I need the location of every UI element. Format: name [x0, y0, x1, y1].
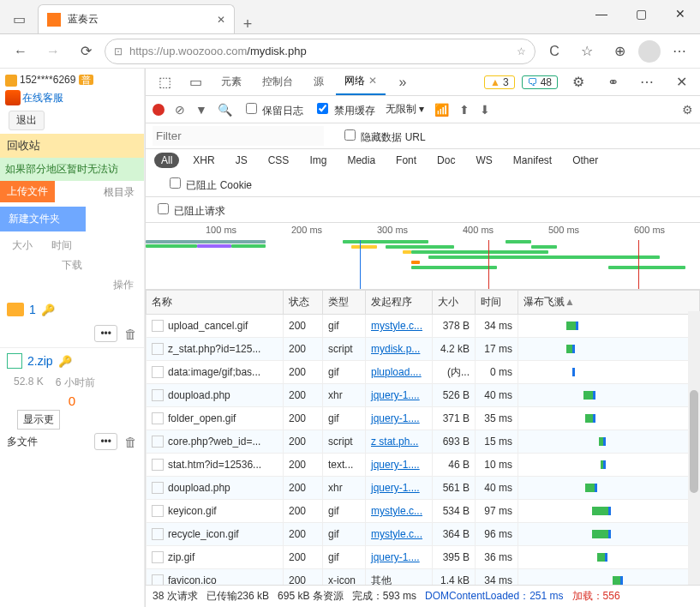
disable-cache-checkbox[interactable]: 禁用缓存	[314, 100, 374, 118]
browser-menu-button[interactable]: ⋯	[666, 38, 693, 65]
more-tabs-icon[interactable]: »	[389, 69, 416, 96]
throttling-select[interactable]: 无限制 ▾	[386, 102, 424, 117]
warnings-badge[interactable]: ▲3	[484, 75, 515, 89]
preserve-log-checkbox[interactable]: 保留日志	[242, 100, 303, 118]
download-har-icon[interactable]: ⬇	[480, 103, 490, 117]
filter-type-media[interactable]: Media	[340, 153, 382, 168]
upload-button[interactable]: 上传文件	[0, 181, 55, 202]
logout-button[interactable]: 退出	[9, 111, 45, 130]
table-row[interactable]: upload_cancel.gif200gifmystyle.c...378 B…	[147, 315, 700, 338]
url-text: https://up.woozooo.com/mydisk.php	[129, 45, 510, 57]
wifi-icon[interactable]: 📶	[434, 103, 449, 117]
settings-icon[interactable]: ⚙	[565, 69, 592, 96]
timeline-overview[interactable]: 100 ms200 ms300 ms400 ms500 ms600 ms	[146, 223, 700, 290]
col-size[interactable]: 大小	[433, 291, 476, 315]
root-dir-link[interactable]: 根目录	[104, 185, 135, 200]
online-service-link[interactable]: 在线客服	[0, 88, 144, 107]
site-info-icon[interactable]: ⊡	[114, 45, 123, 57]
customize-icon[interactable]: ⚭	[599, 69, 626, 96]
back-button[interactable]: ←	[7, 38, 34, 65]
table-row[interactable]: data:image/gif;bas...200gifplupload....(…	[147, 361, 700, 384]
col-initiator[interactable]: 发起程序	[366, 291, 433, 315]
maximize-button[interactable]: ▢	[621, 0, 661, 27]
tab-elements[interactable]: 元素	[212, 69, 250, 94]
table-row[interactable]: z_stat.php?id=125...200scriptmydisk.p...…	[147, 338, 700, 361]
close-devtools-icon[interactable]: ✕	[667, 69, 695, 96]
tab-close-button[interactable]: ✕	[217, 14, 225, 26]
filter-input[interactable]	[153, 126, 324, 146]
file-delete-icon[interactable]: 🗑	[124, 435, 137, 449]
tab-list-button[interactable]: ▭	[0, 4, 38, 33]
browser-tab[interactable]: 蓝奏云 ✕	[38, 4, 235, 33]
col-download: 下载	[0, 256, 144, 276]
folder-item[interactable]: 1 🔑	[0, 299, 144, 320]
filter-type-font[interactable]: Font	[389, 153, 423, 168]
filter-type-all[interactable]: All	[154, 153, 179, 168]
table-scrollbar[interactable]	[688, 311, 700, 585]
inspect-element-icon[interactable]: ⬚	[151, 69, 178, 96]
minimize-button[interactable]: —	[582, 0, 621, 27]
tab-sources[interactable]: 源	[305, 69, 332, 94]
table-row[interactable]: stat.htm?id=12536...200text...jquery-1..…	[147, 454, 700, 477]
address-bar[interactable]: ⊡ https://up.woozooo.com/mydisk.php ☆	[105, 39, 535, 64]
blocked-cookies-checkbox[interactable]: 已阻止 Cookie	[166, 175, 252, 193]
table-row[interactable]: favicon.ico200x-icon其他1.4 kB34 ms	[147, 569, 700, 586]
table-row[interactable]: core.php?web_id=...200scriptz stat.ph...…	[147, 430, 700, 454]
close-icon[interactable]: ✕	[368, 75, 377, 87]
col-status[interactable]: 状态	[284, 291, 323, 315]
upload-har-icon[interactable]: ⬆	[459, 103, 470, 117]
network-table[interactable]: 名称 状态 类型 发起程序 大小 时间 瀑布飞溅▲ upload_cancel.…	[146, 290, 700, 585]
file-icon	[152, 320, 164, 332]
filter-type-img[interactable]: Img	[302, 153, 333, 168]
blocked-requests-checkbox[interactable]: 已阻止请求	[154, 201, 225, 219]
favorite-icon[interactable]: ☆	[517, 45, 526, 57]
file-more-button[interactable]: •••	[94, 433, 117, 450]
table-row[interactable]: doupload.php200xhrjquery-1....561 B40 ms	[147, 477, 700, 500]
clear-button[interactable]: ⊘	[175, 103, 185, 117]
table-row[interactable]: recycle_icon.gif200gifmystyle.c...364 B9…	[147, 523, 700, 546]
level-badge: 普	[79, 75, 93, 85]
new-tab-button[interactable]: +	[235, 15, 260, 33]
tab-network[interactable]: 网络✕	[336, 69, 386, 95]
table-row[interactable]: keyicon.gif200gifmystyle.c...534 B97 ms	[147, 500, 700, 523]
favorites-icon[interactable]: ☆	[573, 38, 601, 65]
table-row[interactable]: doupload.php200xhrjquery-1....526 B40 ms	[147, 384, 700, 407]
extensions-c-icon[interactable]: C	[541, 38, 568, 65]
col-time[interactable]: 时间	[476, 291, 518, 315]
filter-type-xhr[interactable]: XHR	[186, 153, 221, 168]
filter-type-doc[interactable]: Doc	[430, 153, 462, 168]
col-waterfall[interactable]: 瀑布飞溅▲	[518, 291, 700, 315]
tab-console[interactable]: 控制台	[254, 69, 302, 94]
folder-delete-icon[interactable]: 🗑	[124, 327, 137, 341]
device-toggle-icon[interactable]: ▭	[182, 69, 209, 96]
col-name[interactable]: 名称	[147, 291, 284, 315]
forward-button[interactable]: →	[39, 38, 67, 65]
reload-button[interactable]: ⟳	[72, 38, 99, 65]
search-icon[interactable]: 🔍	[218, 103, 232, 117]
profile-avatar[interactable]	[638, 40, 661, 63]
filter-toggle-icon[interactable]: ▼	[195, 103, 207, 117]
messages-badge[interactable]: 🗨48	[522, 75, 558, 89]
lock-icon: 🔑	[58, 355, 72, 368]
collections-icon[interactable]: ⊕	[606, 38, 633, 65]
hide-data-urls-checkbox[interactable]: 隐藏数据 URL	[341, 127, 426, 145]
filter-type-css[interactable]: CSS	[261, 153, 296, 168]
record-button[interactable]	[153, 104, 165, 116]
folder-more-button[interactable]: •••	[94, 325, 117, 342]
table-row[interactable]: zip.gif200gifjquery-1....395 B36 ms	[147, 546, 700, 569]
filter-type-ws[interactable]: WS	[469, 153, 499, 168]
filter-type-other[interactable]: Other	[565, 153, 605, 168]
show-more-button[interactable]: 显示更	[17, 410, 60, 430]
close-window-button[interactable]: ✕	[661, 0, 700, 27]
file-item[interactable]: 2.zip 🔑	[0, 348, 144, 374]
file-icon	[152, 343, 164, 355]
table-row[interactable]: folder_open.gif200gifjquery-1....371 B35…	[147, 407, 700, 430]
file-icon	[152, 528, 164, 540]
filter-type-manifest[interactable]: Manifest	[506, 153, 559, 168]
new-folder-button[interactable]: 新建文件夹	[0, 207, 86, 231]
filter-type-js[interactable]: JS	[229, 153, 254, 168]
recycle-bin-link[interactable]: 回收站	[0, 134, 144, 158]
more-icon[interactable]: ⋯	[633, 69, 661, 96]
col-type[interactable]: 类型	[323, 291, 366, 315]
network-settings-icon[interactable]: ⚙	[682, 103, 693, 117]
